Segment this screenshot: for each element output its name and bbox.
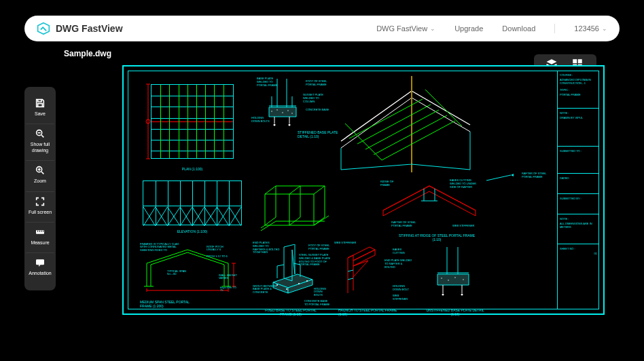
svg-rect-16 [573, 59, 577, 63]
web-stiffener-detail [257, 180, 333, 236]
fit-icon [35, 128, 46, 139]
svg-point-38 [291, 113, 292, 113]
note-holding2: HOLDING DOWN BOLTS [314, 288, 332, 297]
plan-caption: PLAN (1:100) [143, 167, 242, 171]
header-download-link[interactable]: Download [502, 24, 535, 33]
zoom-button[interactable]: Zoom [26, 161, 54, 191]
measure-icon [35, 227, 46, 238]
note-span: TYPICAL SPAN 9m - 60 [167, 270, 190, 276]
note-web-stiffener: WEB STIFFENER [452, 225, 478, 228]
header-fastview-label: DWG FastView [376, 24, 427, 33]
header-fastview-dropdown[interactable]: DWG FastView ⌄ [376, 24, 435, 33]
note-rafter-steel: RAFTER OF STEEL PORTAL FRAME [391, 221, 421, 228]
note-wallheight: WALL HEIGHT VARIES [219, 274, 238, 280]
svg-line-45 [345, 124, 382, 160]
tb-topic-val: PORTAL FRAME [560, 93, 597, 96]
zoom-label: Zoom [34, 178, 46, 184]
svg-point-33 [289, 124, 291, 126]
save-icon [35, 98, 46, 109]
showfull-label: Show full drawing [26, 142, 54, 153]
ridge-caption: STIFFING AT RIDGE OF STEEL PORTAL FRAME … [394, 233, 480, 242]
portal-frame-detail: FRAMING IS TYPICALLY CLAD WITH CORRUGATE… [140, 244, 239, 303]
svg-point-35 [276, 109, 277, 110]
svg-line-89 [348, 278, 353, 280]
svg-point-36 [282, 112, 283, 113]
note-webst3: WEB STIFFENER [393, 294, 413, 301]
svg-point-96 [442, 294, 444, 296]
tb-course-val: ADVANCED DIPLOMA IN CONSTRUCTION - 1 [560, 78, 597, 85]
note-grout: GROUT BETWEEN BASE PLATE & CONCRETE [253, 285, 280, 294]
note-foot-steel2: FOOT OF STEEL PORTAL FRAME [308, 244, 332, 251]
stiffbase-caption: STIFFENED BASE PLATE DETAIL (1:10) [298, 130, 338, 138]
header-download-label: Download [502, 24, 535, 33]
tb-sheet-hdr: SHEET NO : [560, 247, 597, 250]
unstiff-caption: UNSTIFFENED BASE PLATE DETAIL (1:10) [425, 308, 485, 316]
svg-point-86 [298, 283, 300, 284]
tb-course-hdr: COURSE : [560, 73, 597, 77]
header-user-id: 123456 [574, 24, 599, 33]
tb-sheet-val: 01 [560, 252, 597, 255]
logo-icon [37, 22, 50, 35]
fullscreen-icon [35, 196, 46, 207]
measure-label: Measure [31, 240, 49, 246]
fixedbase-caption: FIXED BASE TO STEEL PORTAL FRAME (1:10) [264, 308, 318, 316]
plan-detail: PLAN (1:100) [143, 76, 242, 164]
web-stiffener-svg [257, 180, 333, 236]
note-concrete-base: CONCRETE BASE [306, 109, 332, 112]
measure-button[interactable]: Measure [26, 223, 54, 253]
note-gusset: GUSSET PLATE WELDED TO COLUMN [303, 94, 332, 103]
rafter-label-detail: RAFTER OF STEEL PORTAL FRAME [484, 172, 552, 189]
chevron-down-icon: ⌄ [430, 25, 435, 32]
svg-rect-17 [578, 59, 582, 63]
fullscreen-button[interactable]: Full screen [26, 192, 54, 223]
svg-rect-90 [437, 274, 469, 285]
svg-point-85 [286, 288, 287, 290]
note-holding-down: HOLDING DOWN BOLTS [251, 117, 272, 124]
tb-note2-hdr: NOTE : [560, 217, 597, 221]
svg-marker-14 [39, 265, 41, 267]
annotation-icon [35, 257, 46, 268]
sidebar: Save Show full drawing Zoom Full screen … [24, 87, 56, 290]
tb-submitted: SUBMITTED TO : [560, 149, 597, 153]
header-user-dropdown[interactable]: 123456 ⌄ [574, 24, 607, 33]
elevation-detail: ELEVATION (1:100) [143, 180, 242, 232]
tb-topic-hdr: TOPIC : [560, 88, 597, 92]
elevation-caption: ELEVATION (1:100) [143, 229, 242, 233]
showfull-button[interactable]: Show full drawing [26, 124, 54, 161]
note-eaves-web: EAVES CUTTING WELDED TO UNDER SIDE OF RA… [450, 179, 480, 189]
header-upgrade-link[interactable]: Upgrade [454, 24, 483, 33]
elevation-bracing [143, 207, 241, 226]
note-endplatebolt: END PLATE WELDED TO RAFTER & BOLTED [384, 259, 413, 269]
svg-point-98 [441, 278, 442, 278]
header-upgrade-label: Upgrade [454, 24, 483, 33]
title-block: COURSE : ADVANCED DIPLOMA IN CONSTRUCTIO… [557, 71, 599, 309]
svg-marker-15 [546, 59, 556, 64]
app-title: DWG FastView [56, 23, 123, 34]
svg-line-43 [374, 115, 447, 155]
save-label: Save [35, 111, 46, 117]
chevron-down-icon: ⌄ [602, 25, 607, 32]
tb-submittedby: SUBMITTED BY : [560, 197, 597, 200]
svg-point-32 [274, 124, 276, 126]
tb-note2-val: ALL DIMENSIONS ARE IN METERS [560, 222, 597, 229]
annotation-button[interactable]: Annotation [26, 253, 54, 283]
header-divider [554, 24, 555, 33]
svg-point-101 [463, 279, 463, 280]
svg-point-99 [448, 280, 448, 280]
svg-line-46 [425, 90, 462, 126]
svg-point-100 [454, 277, 455, 278]
svg-line-5 [41, 172, 43, 174]
filename-label: Sample.dwg [64, 49, 111, 58]
drawing-canvas[interactable]: COURSE : ADVANCED DIPLOMA IN CONSTRUCTIO… [122, 65, 605, 315]
tb-dated: DATED : [560, 176, 597, 180]
plan-dim-left [143, 76, 151, 164]
note-baseplate-weld: BASE PLATE WELDED TO PORTAL FRAME [257, 77, 284, 87]
svg-point-37 [287, 110, 288, 111]
tb-note-val: DRAWN BY VIPUL [560, 116, 597, 119]
iso-framing-detail [337, 76, 477, 172]
save-button[interactable]: Save [26, 94, 54, 124]
header-right: DWG FastView ⌄ Upgrade Download 123456 ⌄ [376, 24, 607, 33]
haunch-caption: HAUNCH TO STEEL PORTAL FRAME (1:10) [338, 308, 399, 316]
svg-point-34 [271, 111, 272, 111]
svg-point-87 [306, 280, 308, 282]
